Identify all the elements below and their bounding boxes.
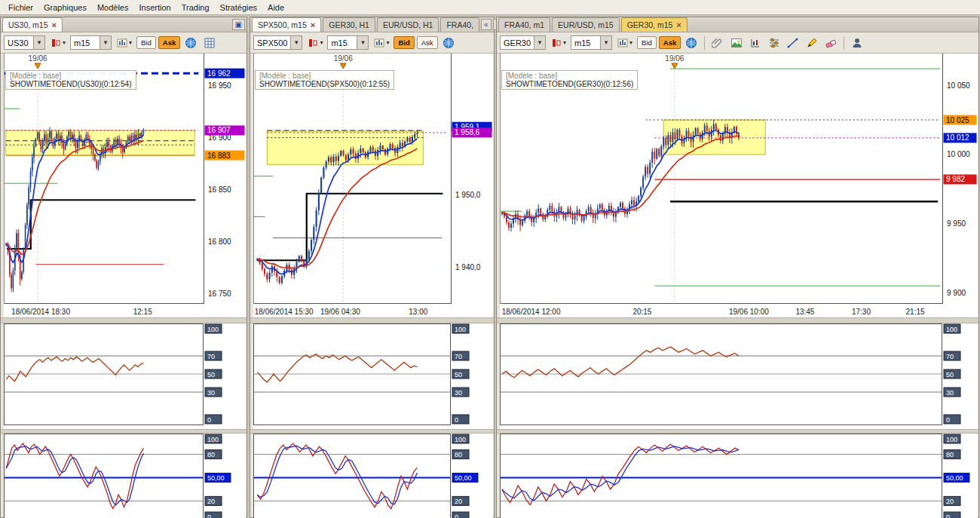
indicator-canvas-2[interactable]: 1008050,00200	[500, 434, 978, 518]
ask-button[interactable]: Ask	[659, 36, 681, 49]
menu-mod-les[interactable]: Modèles	[92, 2, 134, 14]
indicator-canvas-2[interactable]: 1008050,00200	[253, 434, 494, 518]
bid-button[interactable]: Bid	[637, 36, 657, 49]
dropdown-arrow-icon[interactable]: ▾	[33, 36, 44, 49]
indicator-pane-2[interactable]: 1008050,00200	[4, 434, 246, 518]
menu-graphiques[interactable]: Graphiques	[38, 2, 92, 14]
candlestick	[25, 225, 26, 249]
dropdown-arrow-icon[interactable]: ▾	[534, 36, 545, 49]
candlestick	[328, 158, 329, 162]
pencil-icon[interactable]	[804, 35, 820, 51]
eraser-icon[interactable]	[822, 35, 839, 51]
dropdown-arrow-icon[interactable]: ▾	[629, 39, 632, 46]
candlestick	[94, 155, 96, 161]
dropdown-arrow-icon[interactable]: ▾	[386, 39, 389, 46]
user-icon[interactable]	[849, 35, 865, 51]
dropdown-arrow-icon[interactable]: ▾	[357, 36, 368, 49]
dropdown-arrow-icon[interactable]: ▾	[100, 36, 111, 49]
time-axis[interactable]: 18/06/2014 15:3019/06 04:3013:00	[253, 307, 493, 317]
price-chart-canvas[interactable]: 19/0610 05010 0009 9509 90010 02510 0129…	[500, 54, 978, 304]
tab-us30-m15[interactable]: US30, m15×	[2, 17, 63, 32]
indicator-pane-1[interactable]: 1007050300	[500, 323, 978, 429]
dropdown-arrow-icon[interactable]: ▾	[600, 36, 611, 49]
chart-area[interactable]: 19/061 950,01 940,01 959,11 958,6[Modèle…	[253, 54, 493, 307]
tab-ger30-m15[interactable]: GER30, m15×	[621, 17, 688, 32]
indicator-canvas-1[interactable]: 1007050300	[253, 323, 494, 426]
candlestick	[656, 149, 657, 159]
indicator-pane-1[interactable]: 1007050300	[253, 323, 493, 429]
globe-icon[interactable]	[182, 35, 199, 51]
globe-icon[interactable]	[683, 35, 700, 51]
lines-icon[interactable]	[785, 35, 801, 51]
feed-mode-icon[interactable]: ▾	[47, 35, 68, 51]
svg-text:100: 100	[207, 436, 219, 443]
scroll-left-button[interactable]: «	[481, 19, 492, 30]
bid-button[interactable]: Bid	[136, 36, 156, 49]
timeframe-select[interactable]: m15▾	[70, 35, 112, 50]
instrument-select[interactable]: US30▾	[4, 35, 45, 50]
chart-style-icon[interactable]: ▾	[371, 35, 391, 51]
chart-style-icon[interactable]: ▾	[614, 35, 635, 51]
tab-fra40[interactable]: FRA40,	[440, 17, 479, 32]
timeframe-select[interactable]: m15▾	[571, 35, 612, 50]
dropdown-arrow-icon[interactable]: ▾	[129, 39, 132, 46]
tab-label: GER30, m15	[627, 20, 673, 29]
image-icon[interactable]	[728, 35, 745, 51]
dropdown-arrow-icon[interactable]: ▾	[563, 39, 566, 46]
indicator-canvas-1[interactable]: 1007050300	[4, 323, 247, 426]
dropdown-arrow-icon[interactable]: ▾	[63, 39, 66, 46]
grid-icon[interactable]	[201, 35, 218, 51]
instrument-select[interactable]: GER30▾	[500, 35, 546, 50]
menu-aide[interactable]: Aide	[262, 2, 289, 14]
menu-trading[interactable]: Trading	[176, 2, 215, 14]
svg-text:100: 100	[946, 326, 957, 333]
indicator-canvas-2[interactable]: 1008050,00200	[4, 434, 247, 518]
ask-button[interactable]: Ask	[158, 36, 180, 49]
pane-splitter[interactable]	[497, 317, 978, 323]
price-chart-canvas[interactable]: 19/0616 95016 90016 85016 80016 75016 96…	[4, 54, 247, 304]
indicator-canvas-1[interactable]: 1007050300	[500, 323, 978, 426]
price-chart-canvas[interactable]: 19/061 950,01 940,01 959,11 958,6	[253, 54, 494, 304]
tab-close-icon[interactable]: ×	[52, 20, 57, 29]
menu-insertion[interactable]: Insertion	[133, 2, 176, 14]
ask-button[interactable]: Ask	[417, 36, 438, 49]
feed-mode-icon[interactable]: ▾	[305, 35, 325, 51]
tab-ger30-h1[interactable]: GER30, H1	[323, 17, 375, 32]
pane-splitter[interactable]	[250, 317, 494, 323]
candlestick	[16, 233, 17, 247]
tab-spx500-m15[interactable]: SPX500, m15×	[252, 17, 321, 32]
chart-style-icon[interactable]: ▾	[114, 35, 134, 51]
dropdown-arrow-icon[interactable]: ▾	[320, 39, 323, 46]
instrument-select-value: SPX500	[254, 38, 290, 48]
tab-close-icon[interactable]: ×	[676, 20, 681, 29]
candlestick	[392, 144, 394, 148]
menu-fichier[interactable]: Fichier	[3, 2, 38, 14]
bid-button[interactable]: Bid	[394, 36, 414, 49]
time-axis[interactable]: 18/06/2014 18:3012:15	[4, 307, 246, 317]
indicator-pane-2[interactable]: 1008050,00200	[500, 434, 978, 518]
tab-fra40-m1[interactable]: FRA40, m1	[498, 17, 550, 32]
svg-text:10 012: 10 012	[946, 133, 969, 142]
pane-splitter[interactable]	[1, 317, 247, 323]
tab-eur-usd-h1[interactable]: EUR/USD, H1	[377, 17, 439, 32]
indicator-pane-2[interactable]: 1008050,00200	[253, 434, 493, 518]
tab-eur-usd-m15[interactable]: EUR/USD, m15	[552, 17, 620, 32]
globe-icon[interactable]	[440, 35, 457, 51]
indicator-pane-1[interactable]: 1007050300	[4, 323, 246, 429]
sliders-icon[interactable]	[766, 35, 782, 51]
feed-mode-icon[interactable]: ▾	[548, 35, 568, 51]
chart-icon[interactable]	[747, 35, 764, 51]
instrument-select[interactable]: SPX500▾	[253, 35, 302, 50]
timeframe-select[interactable]: m15▾	[327, 35, 369, 50]
price-tick-label: 9 950	[947, 219, 966, 228]
svg-text:10 025: 10 025	[946, 116, 969, 124]
chart-area[interactable]: 19/0616 95016 90016 85016 80016 75016 96…	[4, 54, 246, 307]
candlestick	[30, 171, 32, 188]
time-axis[interactable]: 18/06/2014 12:0020:1519/06 10:0013:4517:…	[500, 307, 978, 317]
menu-strat-gies[interactable]: Stratégies	[215, 2, 263, 14]
new-window-button[interactable]: ▣	[232, 19, 245, 30]
clip-icon[interactable]	[709, 35, 726, 51]
chart-area[interactable]: 19/0610 05010 0009 9509 90010 02510 0129…	[500, 54, 978, 307]
tab-close-icon[interactable]: ×	[311, 20, 315, 29]
dropdown-arrow-icon[interactable]: ▾	[290, 36, 302, 49]
